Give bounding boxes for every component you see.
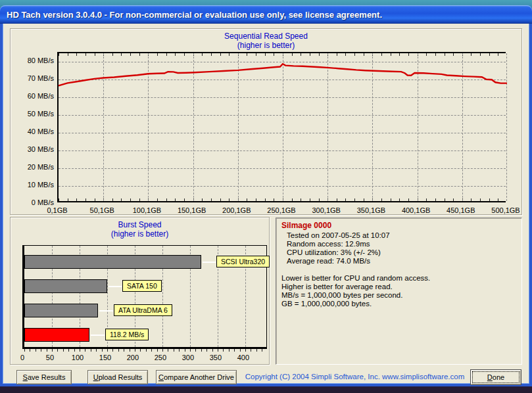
burst-bar-label: ATA UltraDMA 6	[114, 304, 172, 316]
burst-bar-connector	[109, 286, 122, 287]
title-bar[interactable]: HD Tach version 3.0.4.0 - For non-commer…	[0, 5, 532, 24]
read-y-tick-label: 60 MB/s	[12, 92, 54, 100]
burst-bar-label: SATA 150	[122, 280, 162, 292]
read-x-tick-label: 0,1GB	[34, 206, 80, 214]
compare-another-drive-button[interactable]: Compare Another Drive	[156, 370, 237, 384]
read-chart-subtitle: (higher is better)	[11, 41, 521, 50]
drive-stat-line: Average read: 74.0 MB/s	[281, 257, 516, 266]
read-x-tick-label: 100,1GB	[124, 206, 170, 214]
read-x-tick-label: 200,1GB	[214, 206, 260, 214]
window-title: HD Tach version 3.0.4.0 - For non-commer…	[7, 10, 382, 20]
burst-bar-3	[24, 304, 98, 317]
read-x-tick-label: 500,1GB	[483, 206, 529, 214]
info-note-line: Lower is better for CPU and random acces…	[281, 274, 516, 283]
read-y-tick-label: 40 MB/s	[12, 127, 54, 135]
read-plot-area	[57, 52, 506, 202]
read-y-tick-label: 0 MB/s	[12, 198, 54, 206]
upload-results-button[interactable]: Upload Results	[87, 370, 148, 384]
read-y-tick-label: 70 MB/s	[12, 74, 54, 82]
burst-bar-2	[24, 279, 107, 293]
read-chart-title: Sequential Read Speed	[11, 32, 521, 41]
read-x-tick-label: 150,1GB	[169, 206, 215, 214]
read-x-tick-label: 450,1GB	[438, 206, 484, 214]
read-x-tick-label: 300,1GB	[303, 206, 349, 214]
read-y-tick-label: 30 MB/s	[12, 145, 54, 153]
drive-stats: Tested on 2007-05-25 at 10:07Random acce…	[281, 231, 516, 266]
sequential-read-panel: Sequential Read Speed (higher is better)…	[10, 28, 522, 215]
read-speed-line	[59, 53, 507, 204]
read-y-tick-label: 10 MB/s	[12, 181, 54, 189]
burst-bar-1	[24, 255, 201, 269]
burst-bar-4	[24, 328, 89, 342]
read-y-tick-label: 50 MB/s	[12, 110, 54, 118]
drive-stat-line: CPU utilization: 3% (+/- 2%)	[281, 248, 516, 257]
burst-bar-connector	[91, 335, 105, 336]
info-note-line: GB = 1,000,000,000 bytes.	[281, 300, 516, 308]
read-x-tick-label: 400,1GB	[393, 206, 439, 214]
burst-bar-label: SCSI Ultra320	[216, 256, 270, 267]
done-button[interactable]: Done	[470, 369, 521, 385]
info-notes: Lower is better for CPU and random acces…	[281, 274, 516, 308]
burst-chart-title: Burst Speed	[11, 220, 269, 229]
copyright-text: Copyright (C) 2004 Simpli Software, Inc.…	[245, 373, 465, 381]
read-y-tick-label: 20 MB/s	[12, 163, 54, 171]
save-results-button[interactable]: Save Results	[16, 370, 72, 384]
burst-chart-subtitle: (higher is better)	[11, 229, 269, 239]
drive-stat-line: Tested on 2007-05-25 at 10:07	[281, 231, 516, 240]
burst-bar-connector	[203, 262, 216, 263]
read-x-tick-label: 250,1GB	[258, 206, 304, 214]
burst-plot-area: SCSI Ultra320SATA 150ATA UltraDMA 6118.2…	[22, 245, 267, 349]
read-y-tick-label: 80 MB/s	[12, 57, 54, 64]
read-x-tick-label: 350,1GB	[348, 206, 394, 214]
drive-stat-line: Random access: 12.9ms	[281, 240, 516, 248]
drive-info-panel: Silmage 0000 Tested on 2007-05-25 at 10:…	[276, 218, 522, 365]
info-note-line: MB/s = 1,000,000 bytes per second.	[281, 291, 516, 300]
read-x-tick-label: 50,1GB	[79, 206, 125, 214]
info-note-line: Higher is better for average read.	[281, 283, 516, 291]
burst-bar-connector	[99, 310, 113, 312]
burst-speed-panel: Burst Speed (higher is better) SCSI Ultr…	[10, 217, 270, 365]
drive-name: Silmage 0000	[281, 221, 516, 230]
burst-axis-ticks	[24, 349, 266, 352]
burst-x-tick-label: 400	[220, 354, 266, 361]
window-body: Sequential Read Speed (higher is better)…	[0, 24, 532, 386]
hdtach-window: HD Tach version 3.0.4.0 - For non-commer…	[0, 5, 532, 386]
burst-bar-label: 118.2 MB/s	[105, 329, 149, 340]
